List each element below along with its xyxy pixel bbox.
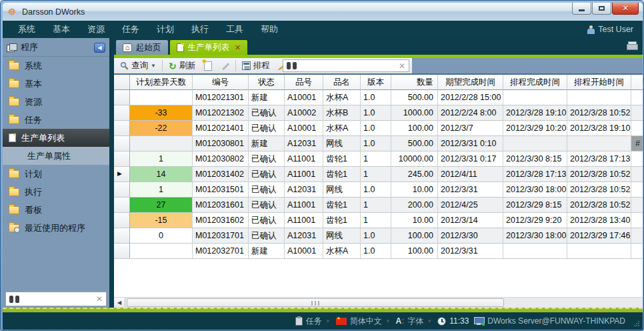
table-row[interactable]: M012032701新建A10001水杯A1.0100.002012/3/31: [114, 244, 643, 259]
menu-plan[interactable]: 计划: [148, 21, 183, 38]
menu-basic[interactable]: 基本: [44, 21, 79, 38]
table-row[interactable]: M012021301新建A10001水杯A1.0500.002012/2/28 …: [114, 90, 643, 105]
sidebar-item-production-order-properties[interactable]: 生产单属性: [3, 147, 109, 165]
status-font[interactable]: A: 字体 ▼: [396, 316, 433, 327]
column-header-item_no[interactable]: 品号: [285, 75, 323, 90]
column-header-version[interactable]: 版本: [361, 75, 391, 90]
sidebar-search-input[interactable]: [23, 294, 93, 304]
resize-grip-icon[interactable]: [633, 320, 640, 328]
close-button[interactable]: ✕: [612, 3, 639, 15]
row-selector[interactable]: [114, 121, 130, 136]
column-header-diff[interactable]: 计划差异天数: [130, 75, 193, 90]
clipboard-icon: [295, 317, 303, 326]
table-row[interactable]: -22M012021401已确认A10001水杯A1.0100.002012/3…: [114, 121, 643, 136]
menu-task[interactable]: 任务: [113, 21, 148, 38]
current-user[interactable]: Test User: [587, 21, 633, 38]
row-selector[interactable]: [114, 244, 130, 259]
refresh-icon: ↻: [169, 61, 177, 71]
column-header-sched_start[interactable]: 排程开始时间: [567, 75, 631, 90]
row-selector[interactable]: [114, 228, 130, 244]
edit-button[interactable]: [217, 59, 233, 73]
row-selector[interactable]: [114, 105, 130, 121]
row-selector[interactable]: [114, 151, 130, 167]
column-header-partial[interactable]: 能: [631, 75, 643, 90]
cell-expect: 2012/4/11: [438, 167, 503, 182]
sidebar-item-resource[interactable]: 资源: [3, 93, 109, 111]
menu-execute[interactable]: 执行: [183, 21, 217, 38]
query-button[interactable]: 查询 ▼: [117, 59, 159, 73]
tab-label: 生产单列表: [188, 42, 230, 53]
sidebar-item-basic[interactable]: 基本: [3, 75, 109, 93]
menu-resource[interactable]: 资源: [79, 21, 113, 38]
row-selector[interactable]: [114, 90, 130, 105]
sidebar-item-production-order-list[interactable]: 生产单列表: [3, 129, 109, 147]
sidebar-item-system[interactable]: 系统: [3, 57, 109, 75]
cell-qty: 1000.00: [391, 105, 438, 121]
sidebar-item-plan[interactable]: 计划: [3, 165, 109, 183]
tab-close-icon[interactable]: ✕: [235, 43, 241, 52]
schedule-button[interactable]: 排程: [239, 59, 273, 73]
new-button[interactable]: [201, 59, 215, 73]
new-document-icon: [204, 61, 212, 71]
menu-help[interactable]: 帮助: [252, 21, 287, 38]
cell-item_name: 水杯A: [323, 121, 361, 136]
row-selector[interactable]: [114, 136, 130, 151]
sidebar-item-execute[interactable]: 执行: [3, 183, 109, 201]
toolbar-search-clear-icon[interactable]: ✕: [399, 61, 405, 71]
scroll-left-button[interactable]: ◀: [114, 298, 125, 308]
column-header-item_name[interactable]: 品名: [323, 75, 361, 90]
chevron-down-icon: ▼: [325, 318, 331, 324]
row-selector[interactable]: [114, 182, 130, 198]
sidebar-search-box: ✕: [5, 292, 107, 306]
cell-sched_start: 2012/3/28 10:52: [567, 105, 631, 121]
row-selector[interactable]: ▶: [114, 167, 130, 182]
column-header-sched_end[interactable]: 排程完成时间: [503, 75, 567, 90]
column-header-qty[interactable]: 数量: [391, 75, 438, 90]
status-task[interactable]: 任务 ▼: [295, 316, 331, 327]
sidebar-item-task[interactable]: 任务: [3, 111, 109, 129]
table-row[interactable]: 1M012030802已确认A11001齿轮1110000.002012/3/3…: [114, 151, 643, 167]
table-row[interactable]: 1M012031501已确认A12031网线1.010.002012/3/312…: [114, 182, 643, 198]
table-row[interactable]: -15M012031602已确认A11001齿轮1110.002012/3/14…: [114, 213, 643, 228]
column-header-status[interactable]: 状态: [249, 75, 285, 90]
sidebar-item-recent-programs[interactable]: 最近使用的程序: [3, 219, 109, 237]
toolbar-search-input[interactable]: [300, 61, 395, 71]
tab-production-order-list[interactable]: 生产单列表 ✕: [170, 40, 248, 55]
printer-icon[interactable]: [627, 41, 637, 49]
scrollbar-thumb[interactable]: [127, 298, 504, 307]
grid-corner-cell[interactable]: [114, 75, 130, 90]
binoculars-icon: [287, 62, 297, 69]
menu-bar: 系统 基本 资源 任务 计划 执行 工具 帮助 Test User: [3, 21, 643, 38]
column-header-num[interactable]: 编号: [193, 75, 249, 90]
cell-partial: [631, 151, 643, 167]
cell-item_no: A12031: [285, 228, 323, 244]
sidebar-item-kanban[interactable]: 看板: [3, 201, 109, 219]
maximize-button[interactable]: [592, 3, 611, 15]
menu-system[interactable]: 系统: [9, 21, 44, 38]
column-header-expect[interactable]: 期望完成时间: [438, 75, 503, 90]
status-language[interactable]: 简体中文 ▼: [336, 316, 391, 327]
row-selector[interactable]: [114, 213, 130, 228]
table-row[interactable]: 27M012031601已确认A11001齿轮11200.002012/4/25…: [114, 198, 643, 213]
sidebar-collapse-button[interactable]: ◀: [94, 43, 105, 53]
table-row[interactable]: ▶14M012031402已确认A11001齿轮11245.002012/4/1…: [114, 167, 643, 182]
table-row[interactable]: M012030801新建A12031网线1.0500.002012/3/31 0…: [114, 136, 643, 151]
cell-status: 已确认: [249, 228, 285, 244]
recent-folder-icon: [9, 224, 19, 232]
sidebar-splitter[interactable]: [109, 38, 114, 308]
folder-icon: [9, 62, 19, 70]
horizontal-scrollbar[interactable]: ◀: [114, 297, 643, 308]
refresh-button[interactable]: ↻ 刷新: [165, 59, 199, 73]
table-row[interactable]: 0M012031701已确认A12031网线1.0100.002012/3/30…: [114, 228, 643, 244]
cell-item_no: A11001: [285, 151, 323, 167]
menu-tools[interactable]: 工具: [217, 21, 252, 38]
sidebar-search-clear-icon[interactable]: ✕: [96, 294, 103, 304]
table-row[interactable]: -33M012021302已确认A10002水杯B1.01000.002012/…: [114, 105, 643, 121]
sidebar-item-label: 生产单属性: [27, 150, 71, 162]
toolbar-panel: 查询 ▼ ↻ 刷新 排程: [114, 58, 412, 73]
minimize-button[interactable]: [572, 3, 591, 15]
tab-start-page[interactable]: ⌂ 起始页: [116, 40, 168, 55]
title-bar[interactable]: ⚙ Darsson DWorks ✕: [3, 3, 643, 21]
cell-sched_start: 2012/3/29 17:46: [567, 228, 631, 244]
row-selector[interactable]: [114, 198, 130, 213]
